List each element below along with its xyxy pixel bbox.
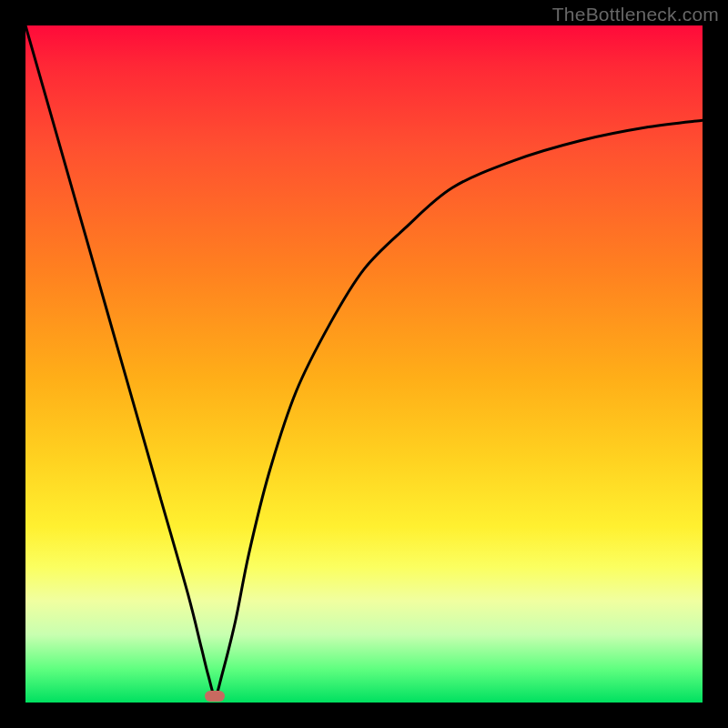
- chart-frame: TheBottleneck.com: [0, 0, 728, 728]
- watermark-text: TheBottleneck.com: [552, 4, 719, 25]
- optimal-point-marker: [205, 691, 225, 702]
- plot-area: [25, 25, 703, 703]
- bottleneck-curve: [25, 25, 703, 703]
